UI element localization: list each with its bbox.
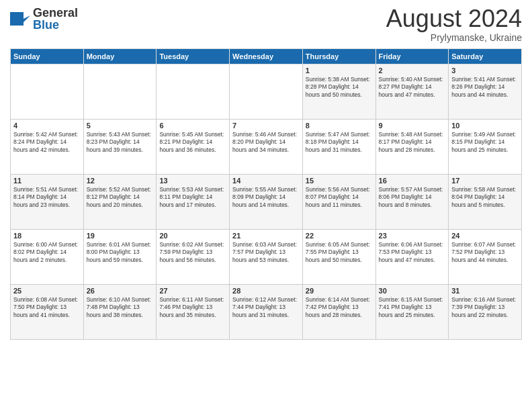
calendar-cell: 12Sunrise: 5:52 AM Sunset: 8:12 PM Dayli… [83, 175, 157, 230]
day-info: Sunrise: 6:03 AM Sunset: 7:57 PM Dayligh… [232, 241, 300, 264]
day-info: Sunrise: 6:16 AM Sunset: 7:39 PM Dayligh… [451, 296, 519, 319]
calendar-week-3: 11Sunrise: 5:51 AM Sunset: 8:14 PM Dayli… [11, 175, 522, 230]
day-number: 6 [159, 122, 226, 130]
calendar-cell: 28Sunrise: 6:12 AM Sunset: 7:44 PM Dayli… [230, 285, 303, 340]
day-info: Sunrise: 6:06 AM Sunset: 7:53 PM Dayligh… [379, 241, 446, 264]
calendar-cell: 29Sunrise: 6:14 AM Sunset: 7:42 PM Dayli… [302, 285, 375, 340]
day-info: Sunrise: 6:01 AM Sunset: 8:00 PM Dayligh… [87, 241, 154, 264]
day-info: Sunrise: 5:40 AM Sunset: 8:27 PM Dayligh… [379, 76, 446, 99]
col-friday: Friday [375, 49, 449, 64]
day-number: 17 [451, 177, 519, 185]
calendar-table: Sunday Monday Tuesday Wednesday Thursday… [10, 48, 522, 340]
day-number: 9 [379, 122, 446, 130]
calendar-cell: 9Sunrise: 5:48 AM Sunset: 8:17 PM Daylig… [375, 120, 449, 175]
day-number: 31 [451, 287, 519, 295]
day-info: Sunrise: 6:15 AM Sunset: 7:41 PM Dayligh… [379, 296, 446, 319]
day-info: Sunrise: 6:12 AM Sunset: 7:44 PM Dayligh… [232, 296, 300, 319]
day-info: Sunrise: 5:46 AM Sunset: 8:20 PM Dayligh… [232, 131, 300, 154]
col-thursday: Thursday [302, 49, 375, 64]
day-info: Sunrise: 5:45 AM Sunset: 8:21 PM Dayligh… [159, 131, 226, 154]
day-info: Sunrise: 5:41 AM Sunset: 8:26 PM Dayligh… [451, 76, 519, 99]
day-number: 19 [87, 232, 154, 240]
day-info: Sunrise: 5:55 AM Sunset: 8:09 PM Dayligh… [232, 186, 300, 209]
day-number: 2 [379, 66, 446, 75]
calendar-cell: 20Sunrise: 6:02 AM Sunset: 7:59 PM Dayli… [157, 230, 230, 285]
calendar-cell: 31Sunrise: 6:16 AM Sunset: 7:39 PM Dayli… [449, 285, 522, 340]
day-number: 25 [13, 287, 81, 295]
calendar-cell: 2Sunrise: 5:40 AM Sunset: 8:27 PM Daylig… [375, 64, 449, 120]
logo-general: General [33, 7, 78, 19]
day-number: 21 [232, 232, 300, 240]
calendar-cell: 7Sunrise: 5:46 AM Sunset: 8:20 PM Daylig… [230, 120, 303, 175]
day-info: Sunrise: 5:42 AM Sunset: 8:24 PM Dayligh… [13, 131, 81, 154]
day-info: Sunrise: 5:58 AM Sunset: 8:04 PM Dayligh… [451, 186, 519, 209]
day-number: 23 [379, 232, 446, 240]
calendar-cell: 8Sunrise: 5:47 AM Sunset: 8:18 PM Daylig… [302, 120, 375, 175]
day-info: Sunrise: 5:56 AM Sunset: 8:07 PM Dayligh… [306, 186, 373, 209]
calendar-week-2: 4Sunrise: 5:42 AM Sunset: 8:24 PM Daylig… [11, 120, 522, 175]
day-info: Sunrise: 5:48 AM Sunset: 8:17 PM Dayligh… [379, 131, 446, 154]
day-number: 14 [232, 177, 300, 185]
calendar-cell: 26Sunrise: 6:10 AM Sunset: 7:48 PM Dayli… [83, 285, 157, 340]
day-number: 16 [379, 177, 446, 185]
day-info: Sunrise: 5:51 AM Sunset: 8:14 PM Dayligh… [13, 186, 81, 209]
day-info: Sunrise: 5:38 AM Sunset: 8:28 PM Dayligh… [306, 76, 373, 99]
col-monday: Monday [83, 49, 157, 64]
calendar-cell: 30Sunrise: 6:15 AM Sunset: 7:41 PM Dayli… [375, 285, 449, 340]
logo-blue: Blue [33, 19, 78, 31]
day-number: 13 [159, 177, 226, 185]
day-number: 22 [306, 232, 373, 240]
day-number: 7 [232, 122, 300, 130]
day-number: 15 [306, 177, 373, 185]
logo-icon [10, 9, 30, 29]
calendar-cell [157, 64, 230, 120]
day-info: Sunrise: 6:00 AM Sunset: 8:02 PM Dayligh… [13, 241, 81, 264]
calendar-cell [11, 64, 84, 120]
day-number: 12 [87, 177, 154, 185]
day-number: 10 [451, 122, 519, 130]
day-info: Sunrise: 6:02 AM Sunset: 7:59 PM Dayligh… [159, 241, 226, 264]
day-number: 20 [159, 232, 226, 240]
calendar-cell: 22Sunrise: 6:05 AM Sunset: 7:55 PM Dayli… [302, 230, 375, 285]
calendar-container: General Blue August 2024 Prylymanske, Uk… [0, 0, 532, 411]
calendar-cell [83, 64, 157, 120]
day-info: Sunrise: 6:05 AM Sunset: 7:55 PM Dayligh… [306, 241, 373, 264]
day-number: 5 [87, 122, 154, 130]
day-info: Sunrise: 6:10 AM Sunset: 7:48 PM Dayligh… [87, 296, 154, 319]
calendar-cell: 1Sunrise: 5:38 AM Sunset: 8:28 PM Daylig… [302, 64, 375, 120]
calendar-cell: 19Sunrise: 6:01 AM Sunset: 8:00 PM Dayli… [83, 230, 157, 285]
title-block: August 2024 Prylymanske, Ukraine [386, 7, 522, 43]
calendar-week-5: 25Sunrise: 6:08 AM Sunset: 7:50 PM Dayli… [11, 285, 522, 340]
col-wednesday: Wednesday [230, 49, 303, 64]
svg-marker-0 [10, 12, 30, 26]
day-info: Sunrise: 6:11 AM Sunset: 7:46 PM Dayligh… [159, 296, 226, 319]
calendar-week-1: 1Sunrise: 5:38 AM Sunset: 8:28 PM Daylig… [11, 64, 522, 120]
day-number: 24 [451, 232, 519, 240]
header: General Blue August 2024 Prylymanske, Uk… [10, 7, 522, 43]
logo: General Blue [10, 7, 78, 31]
logo-text: General Blue [33, 7, 78, 31]
calendar-cell: 3Sunrise: 5:41 AM Sunset: 8:26 PM Daylig… [449, 64, 522, 120]
day-info: Sunrise: 5:52 AM Sunset: 8:12 PM Dayligh… [87, 186, 154, 209]
calendar-cell: 10Sunrise: 5:49 AM Sunset: 8:15 PM Dayli… [449, 120, 522, 175]
day-number: 8 [306, 122, 373, 130]
day-info: Sunrise: 5:47 AM Sunset: 8:18 PM Dayligh… [306, 131, 373, 154]
calendar-cell: 14Sunrise: 5:55 AM Sunset: 8:09 PM Dayli… [230, 175, 303, 230]
calendar-cell: 6Sunrise: 5:45 AM Sunset: 8:21 PM Daylig… [157, 120, 230, 175]
calendar-cell: 16Sunrise: 5:57 AM Sunset: 8:06 PM Dayli… [375, 175, 449, 230]
day-number: 3 [451, 66, 519, 75]
day-info: Sunrise: 6:07 AM Sunset: 7:52 PM Dayligh… [451, 241, 519, 264]
location: Prylymanske, Ukraine [386, 32, 522, 43]
day-info: Sunrise: 6:14 AM Sunset: 7:42 PM Dayligh… [306, 296, 373, 319]
day-info: Sunrise: 6:08 AM Sunset: 7:50 PM Dayligh… [13, 296, 81, 319]
day-number: 1 [306, 66, 373, 75]
col-saturday: Saturday [449, 49, 522, 64]
month-title: August 2024 [386, 7, 522, 31]
day-number: 27 [159, 287, 226, 295]
day-number: 11 [13, 177, 81, 185]
calendar-cell: 5Sunrise: 5:43 AM Sunset: 8:23 PM Daylig… [83, 120, 157, 175]
calendar-cell [230, 64, 303, 120]
calendar-cell: 13Sunrise: 5:53 AM Sunset: 8:11 PM Dayli… [157, 175, 230, 230]
col-sunday: Sunday [11, 49, 84, 64]
day-info: Sunrise: 5:53 AM Sunset: 8:11 PM Dayligh… [159, 186, 226, 209]
